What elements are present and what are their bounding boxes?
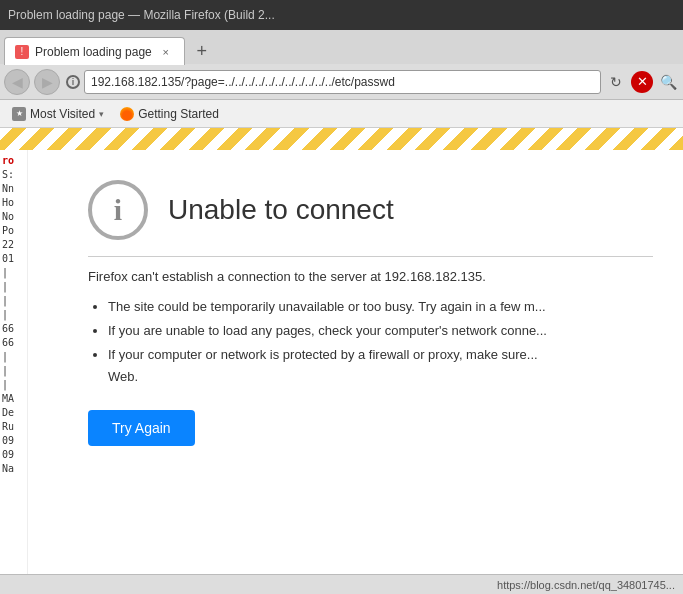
status-bar-url: https://blog.csdn.net/qq_34801745... [497, 579, 675, 591]
sidebar-line-2: Nn [2, 183, 14, 194]
most-visited-icon: ★ [12, 107, 26, 121]
browser-tab[interactable]: ! Problem loading page × [4, 37, 185, 65]
tab-close-button[interactable]: × [158, 44, 174, 60]
error-bullet-3: If your computer or network is protected… [108, 344, 653, 388]
sidebar-line-1: S: [2, 169, 14, 180]
sidebar-line-13: 66 [2, 337, 14, 348]
nav-bar: ◀ ▶ i ↻ ✕ 🔍 [0, 64, 683, 100]
stop-button[interactable]: ✕ [631, 71, 653, 93]
error-description: Firefox can't establish a connection to … [88, 269, 653, 284]
back-button[interactable]: ◀ [4, 69, 30, 95]
most-visited-arrow: ▾ [99, 109, 104, 119]
site-info-icon[interactable]: i [66, 75, 80, 89]
try-again-button[interactable]: Try Again [88, 410, 195, 446]
sidebar-line-3: Ho [2, 197, 14, 208]
sidebar-line-17: MA [2, 393, 14, 404]
bookmarks-bar: ★ Most Visited ▾ Getting Started [0, 100, 683, 128]
forward-button[interactable]: ▶ [34, 69, 60, 95]
sidebar-line-8: | [2, 267, 8, 278]
sidebar-line-10: | [2, 295, 8, 306]
most-visited-bookmark[interactable]: ★ Most Visited ▾ [8, 105, 108, 123]
sidebar-line-root: ro [2, 155, 14, 166]
sidebar-line-15: | [2, 365, 8, 376]
error-bullet-1: The site could be temporarily unavailabl… [108, 296, 653, 318]
getting-started-bookmark[interactable]: Getting Started [116, 105, 223, 123]
sidebar-line-11: | [2, 309, 8, 320]
error-page: i Unable to connect Firefox can't establ… [28, 150, 683, 594]
search-button[interactable]: 🔍 [657, 71, 679, 93]
most-visited-label: Most Visited [30, 107, 95, 121]
sidebar-line-5: Po [2, 225, 14, 236]
new-tab-button[interactable]: + [189, 38, 215, 64]
error-bullet-2: If you are unable to load any pages, che… [108, 320, 653, 342]
url-bar[interactable] [84, 70, 601, 94]
status-bar: https://blog.csdn.net/qq_34801745... [0, 574, 683, 594]
content-area: ro S: Nn Ho No Po 22 01 | | | | 66 66 | … [0, 150, 683, 594]
getting-started-label: Getting Started [138, 107, 219, 121]
sidebar-line-22: Na [2, 463, 14, 474]
error-header: i Unable to connect [88, 180, 653, 240]
error-divider [88, 256, 653, 257]
title-bar: Problem loading page — Mozilla Firefox (… [0, 0, 683, 30]
tab-title: Problem loading page [35, 45, 152, 59]
error-bullets-list: The site could be temporarily unavailabl… [88, 296, 653, 388]
error-bullet-3b: Web. [108, 369, 138, 384]
tab-bar: ! Problem loading page × + [0, 30, 683, 64]
sidebar-text: ro S: Nn Ho No Po 22 01 | | | | 66 66 | … [2, 154, 25, 476]
sidebar: ro S: Nn Ho No Po 22 01 | | | | 66 66 | … [0, 150, 28, 594]
sidebar-line-9: | [2, 281, 8, 292]
getting-started-icon [120, 107, 134, 121]
error-title: Unable to connect [168, 194, 394, 226]
sidebar-line-21: 09 [2, 449, 14, 460]
warning-stripe [0, 128, 683, 150]
refresh-button[interactable]: ↻ [605, 71, 627, 93]
error-info-icon: i [88, 180, 148, 240]
sidebar-line-19: Ru [2, 421, 14, 432]
error-icon-letter: i [114, 193, 122, 227]
sidebar-line-14: | [2, 351, 8, 362]
title-bar-text: Problem loading page — Mozilla Firefox (… [8, 8, 275, 22]
sidebar-line-7: 01 [2, 253, 14, 264]
tab-favicon: ! [15, 45, 29, 59]
sidebar-line-20: 09 [2, 435, 14, 446]
sidebar-line-6: 22 [2, 239, 14, 250]
sidebar-line-18: De [2, 407, 14, 418]
sidebar-line-4: No [2, 211, 14, 222]
sidebar-line-12: 66 [2, 323, 14, 334]
sidebar-line-16: | [2, 379, 8, 390]
